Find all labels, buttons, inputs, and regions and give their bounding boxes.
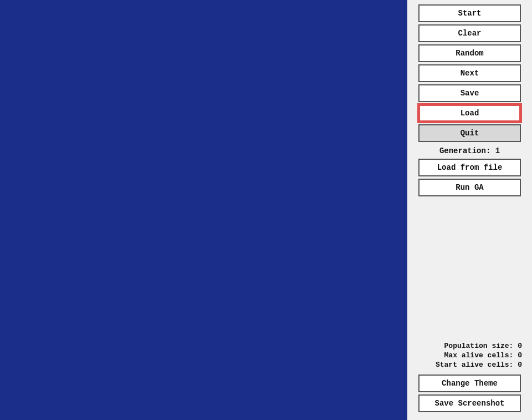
next-button[interactable]: Next (418, 64, 521, 82)
load-from-file-button[interactable]: Load from file (418, 159, 521, 176)
sidebar: Start Clear Random Next Save Load Quit G… (407, 0, 532, 420)
save-button[interactable]: Save (418, 84, 521, 102)
save-screenshot-button[interactable]: Save Screenshot (418, 394, 521, 412)
run-ga-button[interactable]: Run GA (418, 179, 521, 196)
population-size-label: Population size: 0 (444, 342, 522, 350)
max-alive-cells-label: Max alive cells: 0 (444, 351, 522, 360)
generation-label: Generation: 1 (439, 146, 500, 155)
stats-area: Population size: 0 Max alive cells: 0 St… (413, 342, 526, 369)
quit-button[interactable]: Quit (418, 124, 521, 142)
change-theme-button[interactable]: Change Theme (418, 375, 521, 392)
start-alive-cells-label: Start alive cells: 0 (436, 361, 522, 369)
clear-button[interactable]: Clear (418, 24, 521, 42)
game-canvas[interactable] (0, 0, 407, 420)
start-button[interactable]: Start (418, 4, 521, 22)
load-button[interactable]: Load (418, 104, 521, 122)
random-button[interactable]: Random (418, 44, 521, 62)
bottom-buttons: Change Theme Save Screenshot (413, 375, 526, 412)
